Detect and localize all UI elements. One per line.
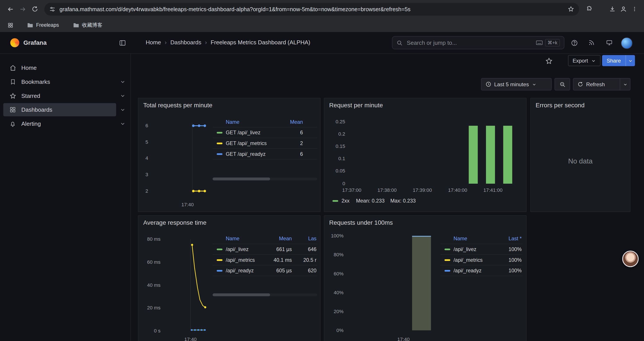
y-tick: 0% — [336, 327, 344, 334]
monitor-icon[interactable] — [603, 37, 615, 49]
sidebar-item-alerting[interactable]: Alerting — [0, 117, 130, 131]
chevron-down-icon[interactable] — [120, 121, 126, 127]
legend-row[interactable]: GET /api/_metrics 2 — [212, 138, 317, 149]
legend-table: Name Mean Las /api/_livez 661 µs 646 /ap… — [212, 234, 317, 276]
series-name[interactable]: /api/_livez — [454, 246, 497, 252]
legend-row[interactable]: /api/_livez 100% — [440, 244, 522, 255]
legend-col-last[interactable]: Last * — [497, 236, 522, 242]
panel-title[interactable]: Total requests per minute — [143, 102, 212, 109]
legend-row[interactable]: /api/_metrics 40.1 ms 20.5 r — [212, 255, 317, 265]
series-name[interactable]: /api/_metrics — [226, 257, 267, 263]
legend-col-mean[interactable]: Mean — [267, 236, 292, 242]
browser-menu-icon[interactable] — [628, 3, 641, 15]
reload-icon[interactable] — [29, 3, 41, 15]
downloads-icon[interactable] — [606, 3, 618, 15]
search-icon — [396, 40, 403, 46]
time-range-picker[interactable]: Last 5 minutes — [481, 78, 552, 90]
bookmark-folder-blog[interactable]: 收藏博客 — [69, 20, 106, 31]
legend-col-name[interactable]: Name — [226, 119, 278, 125]
breadcrumb-home[interactable]: Home — [146, 39, 161, 46]
search-input[interactable] — [406, 39, 536, 47]
legend-header: Name Mean — [212, 117, 317, 128]
y-tick: 0 s — [154, 327, 160, 334]
y-tick: 2 — [145, 188, 148, 194]
series-last: 646 — [292, 246, 317, 252]
legend-row[interactable]: /api/_livez 661 µs 646 — [212, 244, 317, 255]
scrollbar-thumb[interactable] — [212, 178, 270, 180]
share-menu-chevron[interactable] — [625, 55, 635, 66]
legend-scrollbar[interactable] — [212, 178, 317, 180]
x-tick: 17:41:00 — [476, 187, 510, 193]
sidebar-toggle-icon[interactable] — [116, 37, 128, 49]
grafana-top-nav: Grafana Home › Dashboards › Freeleaps Me… — [0, 32, 644, 54]
series-last: 20.5 r — [292, 257, 317, 263]
series-last: 620 — [292, 268, 317, 273]
series-swatch — [217, 142, 222, 144]
favorite-star-icon[interactable] — [545, 57, 553, 65]
zoom-out-button[interactable] — [554, 78, 570, 90]
series-name[interactable]: GET /api/_livez — [226, 130, 278, 135]
panel-title[interactable]: Errors per second — [536, 102, 584, 109]
scrollbar-thumb[interactable] — [212, 293, 270, 296]
site-settings-icon[interactable] — [49, 6, 56, 12]
folder-icon — [73, 22, 79, 28]
panel-average-response-time: Average response time 80 ms 60 ms 40 ms … — [138, 215, 320, 341]
legend-col-name[interactable]: Name — [226, 236, 267, 242]
series-name[interactable]: GET /api/_metrics — [226, 140, 278, 146]
series-name[interactable]: /api/_livez — [226, 246, 267, 252]
series-name[interactable]: 2xx — [342, 198, 350, 204]
sidebar-item-home[interactable]: Home — [0, 61, 130, 75]
y-tick: 4 — [145, 155, 148, 162]
chevron-down-icon[interactable] — [120, 93, 126, 99]
news-rss-icon[interactable] — [585, 37, 598, 49]
sidebar-item-starred[interactable]: Starred — [0, 89, 130, 103]
forward-icon[interactable] — [16, 3, 29, 15]
url-text[interactable]: grafana.mathmast.com/d/deytv4rwavabkb/fr… — [60, 6, 564, 12]
search-box[interactable]: ⌘+k — [392, 36, 564, 49]
user-avatar[interactable] — [621, 37, 632, 49]
chevron-down-icon[interactable] — [120, 107, 126, 113]
legend-row[interactable]: /api/_readyz 100% — [440, 265, 522, 276]
share-button[interactable]: Share — [602, 55, 635, 66]
apps-grid-icon[interactable] — [5, 20, 16, 31]
back-icon[interactable] — [4, 3, 16, 15]
bookmarks-bar: Freeleaps 收藏博客 — [0, 18, 644, 33]
series-max: Max: 0.233 — [390, 198, 416, 204]
sidebar-item-dashboards[interactable]: Dashboards — [0, 103, 130, 117]
line-chart — [164, 239, 210, 331]
y-tick: 0.15 — [336, 143, 345, 150]
bookmark-folder-freeleaps[interactable]: Freeleaps — [23, 20, 63, 31]
legend-row[interactable]: GET /api/_readyz 6 — [212, 149, 317, 160]
legend-scrollbar[interactable] — [212, 293, 317, 296]
series-name[interactable]: /api/_readyz — [226, 268, 267, 273]
sidebar-item-bookmarks[interactable]: Bookmarks — [0, 75, 130, 89]
keyboard-icon — [536, 40, 543, 45]
grafana-logo[interactable] — [10, 38, 19, 47]
refresh-button[interactable]: Refresh — [573, 78, 630, 90]
export-button[interactable]: Export — [568, 55, 600, 66]
profile-icon[interactable] — [618, 4, 628, 14]
chevron-down-icon[interactable] — [120, 79, 126, 85]
series-name[interactable]: /api/_metrics — [454, 257, 497, 263]
share-label[interactable]: Share — [602, 55, 625, 66]
series-name[interactable]: GET /api/_readyz — [226, 151, 278, 157]
assistant-avatar-widget[interactable] — [622, 251, 639, 267]
series-name[interactable]: /api/_readyz — [454, 268, 497, 273]
legend-row[interactable]: GET /api/_livez 6 — [212, 127, 317, 138]
url-bar[interactable]: grafana.mathmast.com/d/deytv4rwavabkb/fr… — [44, 3, 579, 15]
y-axis: 80 ms 60 ms 40 ms 20 ms 0 s — [138, 216, 161, 341]
bookmark-star-icon[interactable] — [568, 6, 574, 12]
extensions-icon[interactable] — [583, 3, 596, 15]
legend-col-name[interactable]: Name — [454, 236, 497, 242]
refresh-interval-chevron[interactable] — [620, 79, 630, 90]
legend-col-last[interactable]: Las — [292, 236, 317, 242]
line-chart — [150, 123, 210, 194]
breadcrumb-dashboards[interactable]: Dashboards — [170, 39, 201, 46]
legend-col-mean[interactable]: Mean — [278, 119, 303, 125]
y-tick: 80% — [334, 251, 344, 258]
legend-row[interactable]: /api/_metrics 100% — [440, 255, 522, 265]
x-tick: 17:37:00 — [335, 187, 368, 193]
help-icon[interactable] — [568, 37, 580, 49]
y-tick: 5 — [145, 139, 148, 146]
legend-row[interactable]: /api/_readyz 605 µs 620 — [212, 265, 317, 276]
